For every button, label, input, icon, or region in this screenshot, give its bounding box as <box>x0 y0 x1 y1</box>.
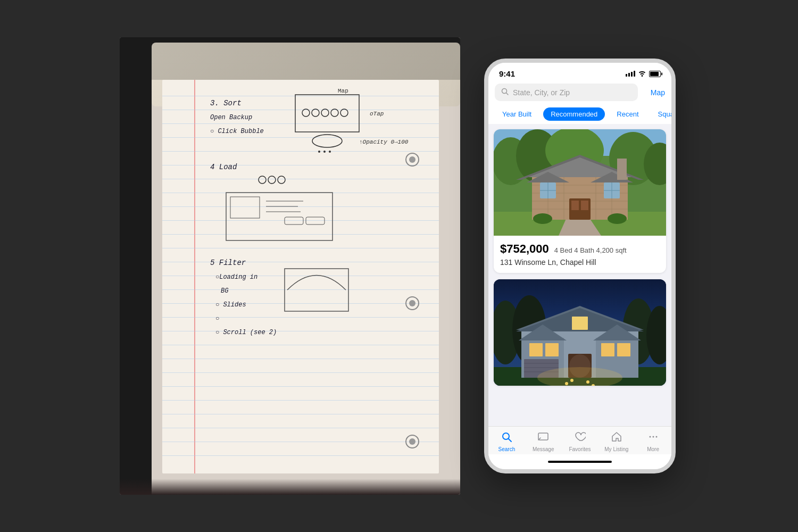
svg-text:5 Filter: 5 Filter <box>210 259 246 267</box>
listing-price-row-1: $752,000 4 Bed 4 Bath 4,200 sqft <box>500 242 660 256</box>
svg-point-37 <box>409 300 415 306</box>
svg-point-110 <box>652 436 654 438</box>
svg-text:↑Opacity 0→100: ↑Opacity 0→100 <box>359 139 409 145</box>
listing-card-2[interactable] <box>494 279 666 386</box>
phone-frame: 9:41 <box>484 59 676 473</box>
notebook-paper: 3. Sort Map oTap Open Backup ○ Clic <box>162 80 439 473</box>
search-bar-container: State, City, or Zip <box>488 80 644 104</box>
svg-point-74 <box>533 213 552 224</box>
svg-point-11 <box>312 135 342 147</box>
status-time: 9:41 <box>499 69 515 78</box>
signal-bars <box>626 71 635 77</box>
filter-tabs: Year Built Recommended Recent Square Ft <box>488 104 671 124</box>
svg-point-106 <box>503 433 509 439</box>
nav-more[interactable]: More <box>635 431 671 452</box>
status-bar: 9:41 <box>488 63 671 80</box>
search-row: State, City, or Zip Map <box>488 80 671 104</box>
svg-text:○ Scroll (see 2): ○ Scroll (see 2) <box>215 329 277 336</box>
listing-details-1: 4 Bed 4 Bath 4,200 sqft <box>554 246 627 254</box>
svg-point-13 <box>323 151 326 153</box>
search-nav-icon <box>501 431 512 445</box>
svg-point-39 <box>409 438 415 445</box>
svg-point-12 <box>318 151 320 153</box>
search-placeholder-text: State, City, or Zip <box>513 88 631 97</box>
svg-point-6 <box>331 109 338 117</box>
home-indicator <box>488 454 671 469</box>
svg-rect-91 <box>545 343 559 356</box>
search-bar[interactable]: State, City, or Zip <box>495 84 638 101</box>
svg-rect-92 <box>601 343 614 356</box>
bottom-nav: Search Message <box>488 426 671 454</box>
listing-card-1[interactable]: $752,000 4 Bed 4 Bath 4,200 sqft 131 Win… <box>494 129 666 273</box>
svg-point-109 <box>649 436 651 438</box>
svg-text:Map: Map <box>338 88 348 94</box>
svg-text:Open Backup: Open Backup <box>210 114 252 121</box>
signal-bar-2 <box>628 73 630 77</box>
svg-rect-72 <box>581 201 588 210</box>
tab-recommended[interactable]: Recommended <box>543 107 605 121</box>
svg-line-107 <box>509 439 511 442</box>
wifi-icon <box>638 70 646 78</box>
svg-text:4 Load: 4 Load <box>210 163 237 171</box>
my-listing-nav-icon <box>611 431 622 445</box>
svg-line-41 <box>506 93 509 95</box>
svg-point-7 <box>340 109 348 117</box>
svg-point-102 <box>570 379 573 382</box>
svg-rect-71 <box>571 201 579 210</box>
nav-message[interactable]: Message <box>525 431 562 452</box>
svg-text:BG: BG <box>221 287 229 295</box>
svg-point-5 <box>321 109 329 117</box>
svg-text:○Loading in: ○Loading in <box>215 273 257 281</box>
signal-bar-3 <box>631 72 633 77</box>
svg-rect-25 <box>285 217 303 225</box>
nav-more-label: More <box>647 446 659 452</box>
listing-image-2 <box>494 279 666 386</box>
svg-rect-26 <box>306 217 325 225</box>
signal-bar-4 <box>634 71 635 77</box>
svg-point-17 <box>259 176 266 184</box>
notebook-side: 3. Sort Map oTap Open Backup ○ Clic <box>120 37 460 495</box>
svg-text:○ Click Bubble: ○ Click Bubble <box>210 128 264 135</box>
nav-message-label: Message <box>533 446 554 452</box>
signal-bar-1 <box>626 74 627 77</box>
favorites-nav-icon <box>574 431 586 445</box>
notebook-image: 3. Sort Map oTap Open Backup ○ Clic <box>120 37 460 495</box>
svg-rect-94 <box>572 317 588 330</box>
listings-area[interactable]: $752,000 4 Bed 4 Bath 4,200 sqft 131 Win… <box>488 124 671 426</box>
svg-point-14 <box>329 151 331 153</box>
phone-wrapper: 9:41 <box>481 37 678 495</box>
svg-point-3 <box>302 109 310 117</box>
svg-point-18 <box>268 176 276 184</box>
message-nav-icon <box>537 431 549 445</box>
svg-rect-20 <box>226 193 332 240</box>
svg-text:○ Slides: ○ Slides <box>215 301 246 309</box>
tab-recent[interactable]: Recent <box>609 107 646 121</box>
tab-year-built[interactable]: Year Built <box>495 107 539 121</box>
nav-my-listing[interactable]: My Listing <box>598 431 635 452</box>
tab-square-ft[interactable]: Square Ft <box>651 107 671 121</box>
more-nav-icon <box>647 431 659 445</box>
listing-info-1: $752,000 4 Bed 4 Bath 4,200 sqft 131 Win… <box>494 236 666 273</box>
svg-rect-1 <box>295 95 359 132</box>
map-link[interactable]: Map <box>644 84 671 101</box>
listing-address-1: 131 Winsome Ln, Chapel Hill <box>500 258 660 267</box>
svg-point-75 <box>608 213 627 224</box>
battery-icon <box>649 71 661 77</box>
nav-search[interactable]: Search <box>488 431 525 452</box>
nav-my-listing-label: My Listing <box>604 446 628 452</box>
svg-rect-93 <box>617 343 630 356</box>
svg-rect-90 <box>529 343 543 356</box>
status-icons <box>626 70 661 78</box>
svg-rect-73 <box>617 159 627 180</box>
svg-point-4 <box>312 109 319 117</box>
nav-favorites-label: Favorites <box>569 446 591 452</box>
main-container: 3. Sort Map oTap Open Backup ○ Clic <box>0 0 798 532</box>
listing-price-1: $752,000 <box>500 242 549 256</box>
svg-point-111 <box>655 436 657 438</box>
nav-search-label: Search <box>498 446 516 452</box>
svg-rect-21 <box>230 197 260 218</box>
svg-point-35 <box>409 156 415 163</box>
listing-image-1 <box>494 129 666 236</box>
svg-text:○: ○ <box>215 315 219 322</box>
nav-favorites[interactable]: Favorites <box>562 431 598 452</box>
